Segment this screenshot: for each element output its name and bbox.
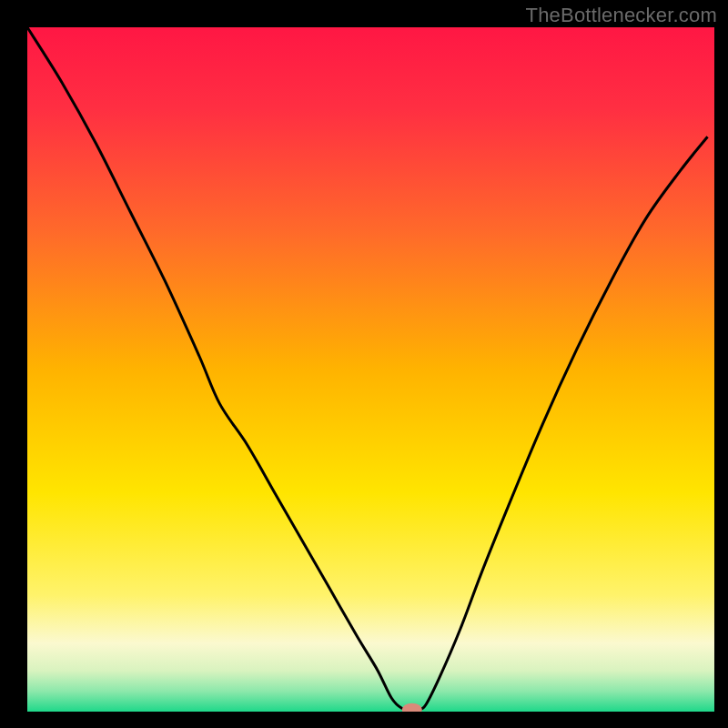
gradient-background (27, 27, 714, 712)
bottleneck-chart (0, 0, 728, 728)
minimum-marker (402, 703, 422, 716)
chart-frame (0, 0, 728, 728)
watermark-text: TheBottleneсker.com (526, 4, 717, 27)
